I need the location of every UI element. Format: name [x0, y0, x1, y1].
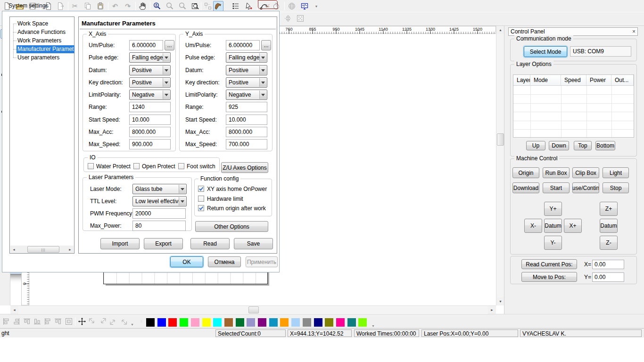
align-center-h-icon[interactable] [43, 317, 52, 326]
save-button[interactable]: Save [234, 238, 273, 249]
vertical-scrollbar[interactable]: ▲▼ [496, 26, 504, 305]
vertical-scroll-thumb[interactable] [497, 133, 504, 146]
zoom-window-icon[interactable] [165, 1, 175, 11]
y-axis-dropdown-arrow[interactable] [259, 53, 266, 62]
undo-icon[interactable]: ↶ [110, 1, 120, 11]
simulate-icon[interactable] [213, 1, 223, 11]
y-axis-dropdown-arrow[interactable] [259, 66, 266, 74]
paste-icon[interactable] [95, 1, 106, 11]
export-button[interactable]: Export [144, 238, 183, 249]
open-protect-checkbox[interactable] [133, 163, 140, 169]
jog-x+-button[interactable]: X+ [564, 219, 582, 233]
horizontal-scrollbar[interactable]: ◄► [10, 305, 496, 313]
align-bottom-icon[interactable] [33, 317, 42, 326]
horizontal-scroll-thumb[interactable] [248, 306, 259, 313]
x-axis-field[interactable]: 1240 [129, 102, 171, 112]
tree-scroll-right[interactable]: ► [66, 246, 74, 253]
ungroup-icon[interactable] [203, 1, 213, 11]
zu-axes-options-button[interactable]: Z/U Axes Options [221, 162, 268, 173]
top-button[interactable]: Top [574, 141, 592, 150]
move-center-icon[interactable] [77, 317, 87, 326]
palette-color-swatch[interactable] [202, 318, 211, 327]
water-protect-checkbox[interactable] [88, 163, 94, 169]
run-box-button[interactable]: Run Box [543, 167, 570, 178]
palette-color-swatch[interactable] [280, 318, 289, 327]
tree-item-manufacturer-paramet[interactable]: Manufacturer Paramet [17, 46, 74, 52]
apply-button[interactable]: Применить [246, 256, 278, 267]
redo-icon[interactable]: ↷ [123, 1, 133, 11]
ok-button[interactable]: OK [170, 256, 203, 267]
palette-color-swatch[interactable] [146, 318, 155, 327]
laser-field[interactable]: 80 [132, 221, 186, 231]
x-axis-field[interactable]: 10.000 [129, 115, 171, 125]
palette-color-swatch[interactable] [336, 318, 345, 327]
zoom-all-icon[interactable] [190, 1, 200, 11]
mirror-v-icon[interactable] [283, 13, 293, 24]
settings-tree[interactable]: Work SpaceAdvance FunctionsWork Paramete… [9, 16, 74, 254]
cancel-button[interactable]: Отмена [208, 256, 241, 267]
y-axis-field[interactable]: 700.000 [226, 139, 267, 149]
jog-y--button[interactable]: Y- [544, 236, 562, 250]
laser-dropdown[interactable]: Low level effective [132, 196, 187, 206]
export-icon[interactable] [55, 1, 66, 11]
tree-item-user-parameters[interactable]: User parameters [17, 54, 59, 61]
y-axis-dropdown-arrow[interactable] [259, 90, 266, 99]
scroll-down-button[interactable]: ▼ [496, 297, 504, 305]
x-axis-dropdown[interactable]: Falling edge [129, 52, 171, 63]
zoom-out-icon[interactable] [177, 1, 188, 11]
pos-x-field[interactable]: 0.00 [592, 260, 624, 269]
import-button[interactable]: Import [100, 238, 140, 249]
dither-icon[interactable] [295, 13, 305, 24]
palette-color-swatch[interactable] [291, 318, 300, 327]
y-axis-dropdown[interactable]: Positive [226, 77, 267, 88]
select-mode-button[interactable]: Select Mode [524, 46, 567, 57]
param-list-icon[interactable] [231, 1, 241, 11]
light-button[interactable]: Light [603, 167, 629, 178]
y-axis-field[interactable]: 10.000 [226, 115, 267, 125]
jog-y+-button[interactable]: Y+ [544, 202, 562, 216]
y-axis-more-button[interactable]: ... [261, 40, 271, 50]
x-axis-dropdown-arrow[interactable] [163, 53, 170, 62]
bottom-button[interactable]: Bottom [595, 141, 615, 150]
scroll-up-button[interactable]: ▲ [496, 26, 504, 34]
globe-icon[interactable] [287, 1, 297, 11]
y-axis-field[interactable]: 925 [226, 102, 267, 112]
jog-z+-button[interactable]: Z+ [600, 202, 618, 216]
y-axis-field[interactable]: 8000.000 [226, 127, 267, 137]
x-axis-um-pulse-field[interactable]: 6.000000 [129, 40, 163, 50]
other-options-button[interactable]: Other Options [195, 221, 268, 232]
y-axis-dropdown[interactable]: Falling edge [226, 52, 267, 63]
x-axis-dropdown-arrow[interactable] [163, 78, 170, 87]
y-axis-dropdown[interactable]: Negative [226, 90, 267, 100]
palette-color-swatch[interactable] [180, 318, 188, 327]
machine-download-button[interactable]: Download [512, 182, 539, 193]
align-top-icon[interactable] [22, 317, 32, 326]
foot-switch-checkbox[interactable] [178, 163, 184, 169]
tree-item-advance-functions[interactable]: Advance Functions [17, 29, 66, 35]
laser-dropdown-arrow[interactable] [179, 185, 186, 193]
down-button[interactable]: Down [549, 141, 569, 150]
tree-scroll-left[interactable]: ◄ [10, 246, 17, 253]
return-origin-after-work-checkbox[interactable] [198, 205, 204, 211]
read-current-pos-button[interactable]: Read Current Pos: [521, 259, 577, 269]
palette-color-swatch[interactable] [258, 318, 266, 327]
up-button[interactable]: Up [526, 141, 545, 150]
read-button[interactable]: Read [190, 238, 230, 249]
scroll-right-button[interactable]: ► [488, 306, 496, 314]
palette-more-icon[interactable]: ▼ [372, 322, 376, 327]
x-axis-dropdown[interactable]: Positive [129, 77, 171, 88]
jog-x--button[interactable]: X- [524, 219, 542, 233]
hardware-limit-checkbox[interactable] [198, 196, 204, 202]
corner-tr-icon[interactable] [98, 317, 107, 326]
zoom-in-icon[interactable]: ± [152, 1, 162, 11]
y-axis-dropdown[interactable]: Positive [226, 65, 267, 75]
machine-start-button[interactable]: Start [543, 182, 570, 193]
x-axis-dropdown-arrow[interactable] [163, 90, 170, 99]
pan-icon[interactable] [137, 1, 148, 11]
more-arrow-icon[interactable]: ▼ [131, 321, 135, 325]
laser-dropdown-arrow[interactable] [179, 197, 186, 206]
palette-color-swatch[interactable] [224, 318, 233, 327]
palette-color-swatch[interactable] [191, 318, 199, 327]
control-panel-close-icon[interactable]: × [632, 28, 636, 35]
x-axis-dropdown[interactable]: Negative [129, 90, 171, 100]
